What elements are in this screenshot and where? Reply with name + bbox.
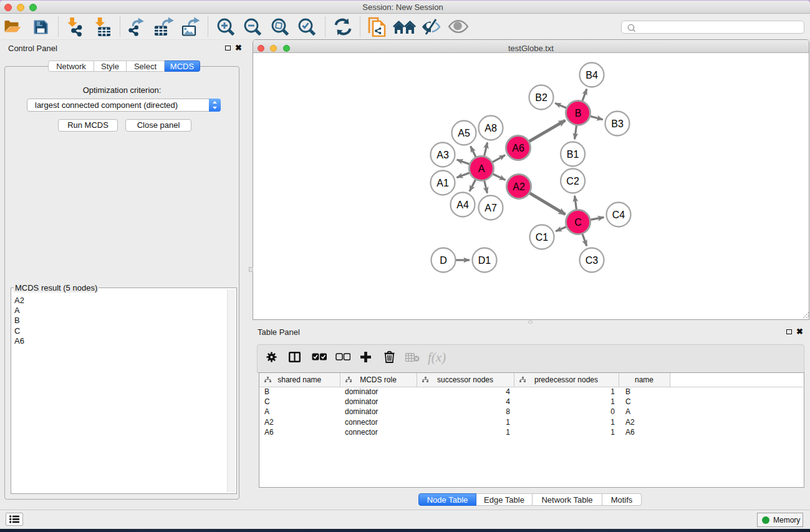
svg-text:A7: A7 (485, 203, 497, 213)
svg-text:B4: B4 (586, 70, 598, 80)
svg-text:A6: A6 (512, 143, 524, 153)
svg-text:A: A (478, 163, 485, 174)
svg-text:A8: A8 (485, 123, 497, 133)
svg-text:C: C (574, 217, 582, 228)
svg-text:D: D (440, 255, 447, 266)
svg-text:C1: C1 (536, 232, 549, 243)
svg-text:D1: D1 (478, 255, 491, 266)
svg-text:A5: A5 (458, 128, 470, 138)
svg-text:B3: B3 (611, 118, 624, 129)
svg-text:C4: C4 (612, 210, 625, 220)
svg-text:B2: B2 (535, 92, 547, 103)
svg-text:A3: A3 (436, 150, 449, 160)
svg-text:B: B (575, 108, 582, 118)
svg-text:A4: A4 (456, 200, 469, 210)
svg-text:C3: C3 (586, 255, 599, 266)
svg-text:C2: C2 (566, 176, 579, 186)
svg-text:A2: A2 (513, 181, 525, 192)
svg-text:A1: A1 (436, 178, 449, 188)
svg-text:B1: B1 (567, 149, 579, 160)
